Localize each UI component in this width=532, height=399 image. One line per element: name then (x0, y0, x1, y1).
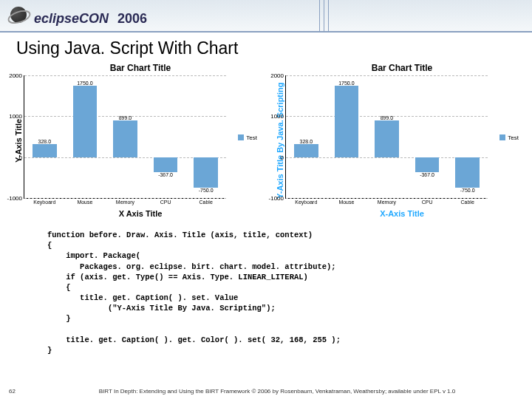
bar-value-label: -750.0 (199, 188, 214, 193)
x-tick: Cable (200, 198, 213, 205)
bar-slot: 899.0Memory (366, 75, 407, 198)
x-tick: Memory (116, 198, 134, 205)
x-axis-label: X Axis Title (24, 199, 257, 218)
legend-label: Test (508, 134, 519, 141)
y-tick: 1000 (270, 113, 286, 120)
eclipse-logo-icon (10, 7, 27, 23)
bar (375, 120, 399, 157)
legend-swatch-icon (238, 134, 244, 140)
bar (154, 157, 178, 172)
x-tick: Keyboard (33, 198, 55, 205)
y-tick: -1000 (269, 195, 286, 202)
bar-slot: -750.0Cable (185, 75, 226, 198)
bar-value-label: -750.0 (460, 188, 475, 193)
x-axis-label: X-Axis Title (285, 199, 519, 218)
y-tick: -1000 (7, 195, 24, 202)
logo-year: 2006 (117, 11, 147, 27)
x-tick: Mouse (338, 198, 354, 205)
bar-slot: -750.0Cable (447, 75, 488, 198)
footer-text: BIRT In Depth: Extending and Using the B… (31, 388, 523, 395)
logo-text: eclipseCON (34, 11, 109, 27)
bar-value-label: -367.0 (158, 172, 173, 177)
chart-right: Y-Axis Title By Java. Scripting Bar Char… (275, 63, 519, 218)
bar-slot: 1750.0Mouse (65, 75, 106, 198)
header-decoration (319, 0, 332, 33)
conference-header: eclipseCON 2006 (0, 0, 532, 33)
y-tick: 0 (19, 154, 24, 160)
slide-footer: 62 BIRT In Depth: Extending and Using th… (0, 388, 532, 395)
bar (194, 157, 218, 188)
bar-value-label: 328.0 (38, 139, 52, 144)
plot-area: 200010000-1000328.0Keyboard1750.0Mouse89… (285, 75, 488, 199)
bar-slot: 899.0Memory (105, 75, 146, 198)
x-tick: Cable (461, 198, 474, 205)
chart-title: Bar Chart Title (24, 63, 257, 75)
logo: eclipseCON 2006 (10, 7, 147, 27)
x-tick: CPU (422, 198, 433, 205)
charts-row: Y-Axis Title Bar Chart Title 200010000-1… (0, 63, 532, 218)
bars: 328.0Keyboard1750.0Mouse899.0Memory-367.… (286, 75, 488, 198)
bar (415, 157, 440, 172)
bar (455, 157, 480, 188)
bars: 328.0Keyboard1750.0Mouse899.0Memory-367.… (24, 75, 226, 198)
bar-slot: -367.0CPU (146, 75, 186, 198)
chart-title: Bar Chart Title (285, 63, 519, 75)
y-tick: 2000 (270, 72, 286, 79)
y-tick: 1000 (9, 113, 24, 120)
bar-value-label: 328.0 (300, 139, 313, 144)
bar (113, 120, 137, 157)
legend: Test (238, 134, 257, 141)
bar-slot: 328.0Keyboard (24, 75, 65, 198)
page-number: 62 (9, 388, 31, 395)
bar (33, 144, 57, 157)
bar (335, 86, 359, 157)
x-tick: Keyboard (295, 198, 317, 205)
bar-value-label: 1750.0 (338, 81, 354, 86)
bar-slot: 1750.0Mouse (327, 75, 367, 198)
legend-label: Test (246, 134, 257, 141)
bar-value-label: -367.0 (420, 172, 434, 177)
x-tick: Mouse (77, 198, 92, 205)
bar-value-label: 899.0 (381, 115, 394, 120)
bar-value-label: 899.0 (119, 115, 132, 120)
y-tick: 0 (281, 154, 286, 160)
header-rule (0, 31, 532, 33)
legend: Test (499, 134, 519, 141)
code-block: function before. Draw. Axis. Title (axis… (0, 218, 532, 355)
y-tick: 2000 (9, 72, 24, 79)
slide-title: Using Java. Script With Chart (0, 33, 532, 63)
x-tick: CPU (160, 198, 171, 205)
bar-value-label: 1750.0 (77, 81, 92, 86)
bar-slot: -367.0CPU (407, 75, 448, 198)
bar (73, 86, 98, 157)
x-tick: Memory (378, 198, 396, 205)
chart-left: Y-Axis Title Bar Chart Title 200010000-1… (13, 63, 257, 218)
legend-swatch-icon (499, 134, 505, 140)
bar-slot: 328.0Keyboard (286, 75, 327, 198)
plot-area: 200010000-1000328.0Keyboard1750.0Mouse89… (24, 75, 226, 199)
bar (294, 144, 318, 157)
